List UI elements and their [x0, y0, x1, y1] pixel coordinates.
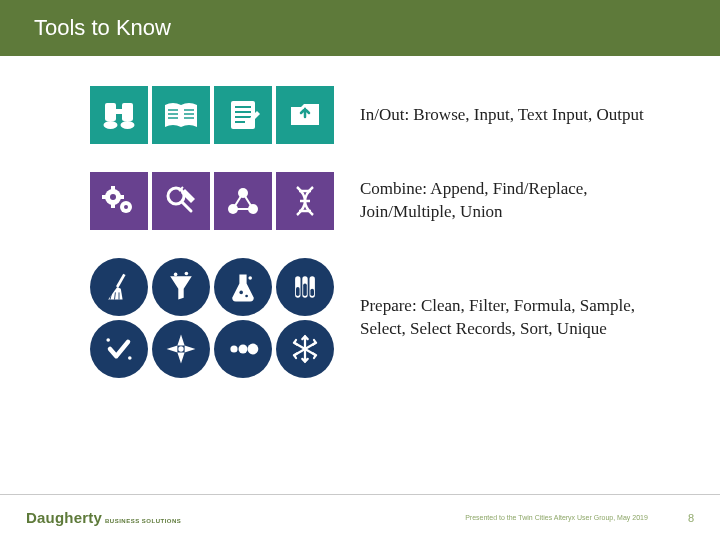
- svg-line-35: [117, 274, 124, 287]
- dots-sort-icon: [214, 320, 272, 378]
- check-select-icon: [90, 320, 148, 378]
- footer-brand: DaughertyBUSINESS SOLUTIONS: [26, 509, 181, 526]
- svg-point-51: [106, 338, 110, 342]
- svg-line-25: [182, 202, 191, 211]
- svg-point-19: [124, 205, 128, 209]
- svg-rect-22: [102, 195, 106, 199]
- svg-point-3: [104, 121, 118, 129]
- svg-rect-11: [231, 101, 255, 129]
- folder-out-icon: [276, 86, 334, 144]
- book-open-icon: [152, 86, 210, 144]
- page-number: 8: [688, 512, 694, 524]
- brand-sub: BUSINESS SOLUTIONS: [105, 518, 181, 524]
- crosshair-icon: [152, 320, 210, 378]
- svg-point-40: [185, 272, 189, 276]
- row-in-out: In/Out: Browse, Input, Text Input, Outpu…: [90, 86, 680, 144]
- icon-group-combine: [90, 172, 334, 230]
- svg-point-52: [128, 356, 132, 360]
- svg-rect-1: [122, 103, 133, 121]
- dna-icon: [276, 172, 334, 230]
- svg-point-55: [239, 345, 248, 354]
- tubes-icon: [276, 258, 334, 316]
- footer: DaughertyBUSINESS SOLUTIONS Presented to…: [0, 494, 720, 540]
- snowflake-icon: [276, 320, 334, 378]
- gears-icon: [90, 172, 148, 230]
- desc-combine: Combine: Append, Find/Replace, Join/Mult…: [360, 178, 680, 224]
- content-area: In/Out: Browse, Input, Text Input, Outpu…: [0, 56, 720, 378]
- svg-line-30: [243, 193, 253, 209]
- svg-rect-2: [116, 109, 122, 114]
- broom-icon: [90, 258, 148, 316]
- svg-point-54: [230, 345, 237, 352]
- svg-point-17: [110, 194, 116, 200]
- svg-line-29: [233, 193, 243, 209]
- header-bar: Tools to Know: [0, 0, 720, 56]
- svg-rect-41: [180, 282, 182, 287]
- svg-rect-21: [111, 204, 115, 208]
- svg-point-53: [178, 346, 183, 351]
- svg-rect-50: [310, 289, 314, 296]
- svg-point-42: [239, 291, 243, 295]
- svg-rect-20: [111, 186, 115, 190]
- desc-in-out: In/Out: Browse, Input, Text Input, Outpu…: [360, 104, 644, 127]
- form-icon: [214, 86, 272, 144]
- svg-rect-48: [296, 287, 300, 296]
- svg-point-4: [121, 121, 135, 129]
- footer-note: Presented to the Twin Cities Alteryx Use…: [465, 514, 648, 521]
- svg-point-56: [248, 344, 259, 355]
- molecule-icon: [214, 172, 272, 230]
- brand-name: Daugherty: [26, 509, 102, 526]
- svg-rect-0: [105, 103, 116, 121]
- pencil-search-icon: [152, 172, 210, 230]
- icon-group-prepare: [90, 258, 334, 378]
- svg-point-43: [245, 295, 248, 298]
- row-combine: Combine: Append, Find/Replace, Join/Mult…: [90, 172, 680, 230]
- icon-group-in-out: [90, 86, 334, 144]
- svg-rect-23: [120, 195, 124, 199]
- svg-rect-49: [303, 283, 307, 296]
- svg-point-44: [248, 276, 252, 280]
- desc-prepare: Prepare: Clean, Filter, Formula, Sample,…: [360, 295, 680, 341]
- binoculars-icon: [90, 86, 148, 144]
- svg-point-39: [174, 273, 178, 277]
- funnel-icon: [152, 258, 210, 316]
- page-title: Tools to Know: [34, 15, 171, 41]
- flask-icon: [214, 258, 272, 316]
- row-prepare: Prepare: Clean, Filter, Formula, Sample,…: [90, 258, 680, 378]
